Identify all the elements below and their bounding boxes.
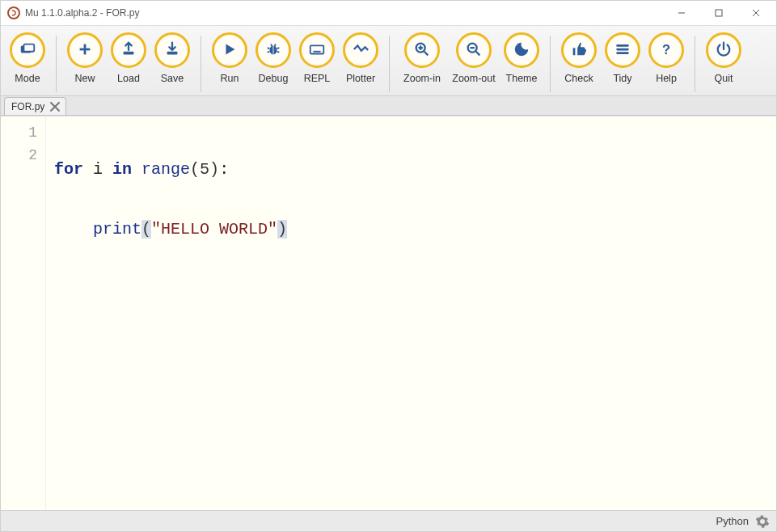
toolbar: Mode New Load Save Run Debug REPL (1, 25, 776, 96)
save-button[interactable]: Save (150, 31, 194, 86)
svg-text:?: ? (662, 41, 670, 56)
debug-button[interactable]: Debug (251, 31, 295, 86)
status-language: Python (716, 515, 749, 527)
mode-label: Mode (15, 73, 40, 84)
editor[interactable]: 1 2 for i in range(5): print("HELLO WORL… (1, 116, 776, 510)
tab-close-icon[interactable] (49, 101, 61, 112)
code-area[interactable]: for i in range(5): print("HELLO WORLD") (46, 116, 776, 510)
close-button[interactable] (737, 1, 775, 25)
gutter: 1 2 (1, 116, 46, 510)
repl-button[interactable]: REPL (295, 31, 339, 86)
maximize-button[interactable] (700, 1, 737, 25)
tabbar: FOR.py (1, 96, 776, 116)
code-line: print("HELLO WORLD") (54, 218, 776, 241)
svg-point-0 (8, 7, 19, 19)
load-icon (120, 40, 137, 61)
new-label: New (74, 73, 95, 84)
svg-line-16 (268, 51, 270, 52)
quit-button[interactable]: Quit (702, 31, 745, 86)
mode-icon (19, 40, 36, 61)
svg-line-18 (271, 44, 272, 46)
line-number: 1 (1, 121, 45, 144)
check-label: Check (564, 73, 593, 84)
plus-icon (76, 40, 94, 61)
keyboard-icon (308, 40, 326, 61)
tab-for-py[interactable]: FOR.py (4, 97, 66, 115)
run-label: Run (221, 73, 239, 84)
minimize-button[interactable] (663, 1, 700, 25)
svg-line-28 (424, 51, 429, 55)
zoom-in-icon (413, 40, 431, 61)
check-button[interactable]: Check (557, 31, 601, 86)
settings-gear-icon[interactable] (755, 514, 770, 529)
titlebar: Mu 1.1.0.alpha.2 - FOR.py (1, 1, 776, 25)
svg-line-14 (268, 48, 270, 49)
load-label: Load (117, 73, 140, 84)
tab-label: FOR.py (11, 101, 44, 112)
svg-line-15 (277, 48, 280, 49)
load-button[interactable]: Load (107, 31, 150, 86)
zoom-in-label: Zoom-in (403, 73, 441, 84)
svg-line-32 (476, 51, 480, 55)
tidy-button[interactable]: Tidy (601, 31, 644, 86)
mode-button[interactable]: Mode (6, 31, 49, 86)
run-button[interactable]: Run (208, 31, 251, 86)
statusbar: Python (1, 510, 776, 531)
quit-label: Quit (715, 73, 733, 84)
svg-rect-9 (124, 51, 134, 54)
plotter-button[interactable]: Plotter (339, 31, 382, 86)
debug-label: Debug (259, 73, 289, 84)
plotter-label: Plotter (346, 73, 375, 84)
code-line: for i in range(5): (54, 158, 776, 181)
theme-label: Theme (506, 73, 538, 84)
app-icon (7, 6, 20, 19)
line-number: 2 (1, 144, 45, 167)
theme-icon (513, 40, 530, 61)
zoom-out-button[interactable]: Zoom-out (448, 31, 500, 86)
svg-rect-6 (23, 44, 34, 51)
play-icon (221, 40, 239, 61)
help-button[interactable]: ? Help (644, 31, 688, 86)
bug-icon (264, 40, 282, 61)
save-label: Save (161, 73, 184, 84)
thumbs-up-icon (570, 40, 588, 61)
svg-marker-11 (226, 44, 234, 54)
svg-rect-10 (167, 51, 178, 54)
tidy-icon (614, 40, 631, 61)
window-title: Mu 1.1.0.alpha.2 - FOR.py (25, 7, 139, 19)
save-icon (163, 40, 181, 61)
help-label: Help (656, 73, 677, 84)
svg-rect-2 (716, 10, 722, 16)
plotter-icon (352, 40, 369, 61)
power-icon (715, 40, 733, 61)
new-button[interactable]: New (63, 31, 107, 86)
svg-line-19 (275, 44, 276, 46)
zoom-out-icon (465, 40, 483, 61)
tidy-label: Tidy (613, 73, 631, 84)
theme-button[interactable]: Theme (500, 31, 543, 86)
zoom-in-button[interactable]: Zoom-in (396, 31, 448, 86)
repl-label: REPL (304, 73, 331, 84)
zoom-out-label: Zoom-out (452, 73, 496, 84)
svg-line-17 (277, 51, 280, 52)
svg-rect-20 (310, 45, 324, 53)
help-icon: ? (657, 40, 675, 61)
